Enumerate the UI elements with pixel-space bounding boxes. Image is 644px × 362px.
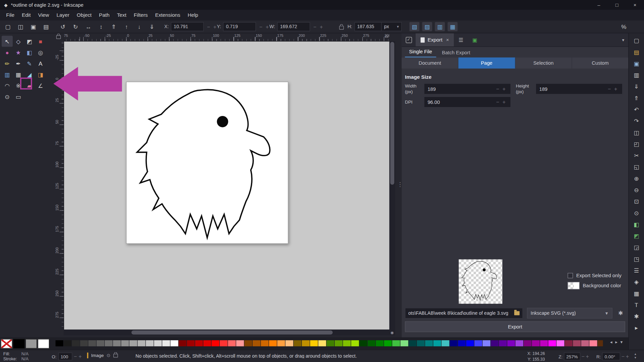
save-button[interactable]: ▣ <box>630 58 643 69</box>
single-file-tab[interactable]: Single File <box>405 47 436 58</box>
zoom-field[interactable]: 257% <box>564 353 580 360</box>
palette-swatch[interactable] <box>589 340 597 346</box>
tweak-tool[interactable]: ◠ <box>2 80 13 91</box>
palette-swatch[interactable] <box>294 340 302 346</box>
palette-swatch[interactable] <box>277 340 285 346</box>
copy-button[interactable]: ◫ <box>630 127 643 138</box>
palette-swatch[interactable] <box>540 340 548 346</box>
new-document-button[interactable]: ▢ <box>630 35 643 46</box>
menu-path[interactable]: Path <box>95 11 113 20</box>
export-area-custom[interactable]: Custom <box>572 57 628 68</box>
flip-horizontal-button[interactable]: ↔ <box>83 22 94 32</box>
palette-swatch[interactable] <box>335 340 342 346</box>
zoom-page-button[interactable]: ⊡ <box>630 196 643 207</box>
palette-swatch[interactable] <box>392 340 400 346</box>
lower-to-bottom-button[interactable]: ⇓ <box>147 22 157 32</box>
palette-swatch[interactable] <box>187 340 195 346</box>
export-area-page[interactable]: Page <box>459 57 515 68</box>
decrement-icon[interactable]: − <box>313 23 316 29</box>
layer-lock-icon[interactable] <box>113 354 118 357</box>
raise-to-top-button[interactable]: ⇑ <box>108 22 119 32</box>
palette-swatch[interactable] <box>400 340 408 346</box>
palette-swatch[interactable] <box>548 340 556 346</box>
palette-swatch[interactable] <box>458 340 466 346</box>
gradient-tool[interactable]: ▥ <box>2 69 13 80</box>
palette-swatch[interactable] <box>598 340 603 346</box>
tab-overflow-button[interactable]: ▾ <box>622 37 624 43</box>
snap-controls-button[interactable]: % <box>619 22 629 32</box>
export-settings-button[interactable]: ✱ <box>616 310 625 316</box>
palette-swatch[interactable] <box>425 340 433 346</box>
white-swatch[interactable] <box>38 339 49 348</box>
folder-icon[interactable] <box>514 311 520 315</box>
pencil-tool[interactable]: ✏ <box>2 58 13 69</box>
object-properties-button[interactable]: ◩ <box>630 230 643 242</box>
rotation-field[interactable]: 0.00° <box>602 353 620 360</box>
export-format-select[interactable]: Inkscape SVG (*.svg) ▼ <box>527 308 612 318</box>
palette-swatch[interactable] <box>162 340 170 346</box>
unit-select[interactable]: px ▾ <box>381 22 401 31</box>
palette-swatch[interactable] <box>261 340 269 346</box>
undo-button[interactable]: ↶ <box>630 104 643 115</box>
decrement-icon[interactable]: − <box>622 353 625 359</box>
palette-swatch[interactable] <box>269 340 277 346</box>
maximize-button[interactable]: □ <box>608 0 626 10</box>
node-tool[interactable]: ◇ <box>13 36 24 47</box>
statusbar-down-icon[interactable]: ▾ <box>635 356 636 360</box>
palette-scroll-right-icon[interactable]: ▸ <box>615 340 618 345</box>
lower-button[interactable]: ↓ <box>134 22 145 32</box>
palette-swatch[interactable] <box>384 340 392 346</box>
decrement-icon[interactable]: − <box>582 353 585 359</box>
palette-swatch[interactable] <box>409 340 416 346</box>
layer-visibility-icon[interactable]: ⊙ <box>107 353 110 358</box>
palette-swatch[interactable] <box>228 340 236 346</box>
flip-vertical-button[interactable]: ↕ <box>96 22 106 32</box>
duplicate-button[interactable]: ◱ <box>630 161 643 173</box>
increment-icon[interactable]: + <box>320 23 323 29</box>
increment-icon[interactable]: + <box>502 99 505 105</box>
paint-bucket-tool[interactable]: ◨ <box>35 69 46 80</box>
palette-swatch[interactable] <box>310 340 318 346</box>
palette-swatch[interactable] <box>376 340 383 346</box>
menu-view[interactable]: View <box>34 11 53 20</box>
move-patterns-toggle-button[interactable]: ▦ <box>447 22 458 32</box>
palette-swatch[interactable] <box>483 340 490 346</box>
scale-stroke-toggle-button[interactable]: ▧ <box>409 22 420 32</box>
batch-export-tab[interactable]: Batch Export <box>438 48 474 57</box>
export-height-field[interactable]: 189 −+ <box>536 83 623 95</box>
palette-swatch[interactable] <box>581 340 589 346</box>
preferences-button[interactable]: ✱ <box>630 311 643 322</box>
ruler-lock-corner[interactable] <box>53 33 64 41</box>
decrement-icon[interactable]: − <box>207 23 210 29</box>
zoom-out-button[interactable]: ⊖ <box>630 184 643 196</box>
redo-button[interactable]: ↷ <box>630 115 643 127</box>
minimize-button[interactable]: – <box>590 0 608 10</box>
export-area-selection[interactable]: Selection <box>515 57 572 68</box>
stroke-value[interactable]: N/A <box>21 356 29 361</box>
ungroup-button[interactable]: ◳ <box>630 253 643 265</box>
increment-icon[interactable]: + <box>266 23 269 29</box>
gray-swatch[interactable] <box>25 339 37 348</box>
palette-swatch[interactable] <box>368 340 375 346</box>
decrement-icon[interactable]: − <box>496 99 499 105</box>
zoom-tool[interactable]: ⊙ <box>2 91 13 102</box>
export-dialog-tab[interactable]: Export × <box>416 33 454 46</box>
palette-swatch[interactable] <box>113 340 121 346</box>
palette-swatch[interactable] <box>450 340 458 346</box>
palette-menu-icon[interactable]: ▾ <box>621 340 623 345</box>
lock-aspect-ratio-toggle[interactable] <box>339 25 343 31</box>
palette-swatch[interactable] <box>253 340 260 346</box>
black-swatch[interactable] <box>13 339 24 348</box>
menu-text[interactable]: Text <box>113 11 130 20</box>
increment-icon[interactable]: + <box>586 353 589 359</box>
palette-swatch[interactable] <box>236 340 244 346</box>
menu-object[interactable]: Object <box>73 11 95 20</box>
vertical-scrollbar[interactable] <box>389 41 395 329</box>
panel-splitter[interactable]: ⋮ <box>395 33 402 337</box>
menu-file[interactable]: File <box>2 11 18 20</box>
decrement-icon[interactable]: − <box>74 353 77 359</box>
palette-scroll-left-icon[interactable]: ◂ <box>610 340 612 345</box>
palette-swatch[interactable] <box>359 340 367 346</box>
menu-filters[interactable]: Filters <box>130 11 152 20</box>
palette-swatch[interactable] <box>245 340 252 346</box>
